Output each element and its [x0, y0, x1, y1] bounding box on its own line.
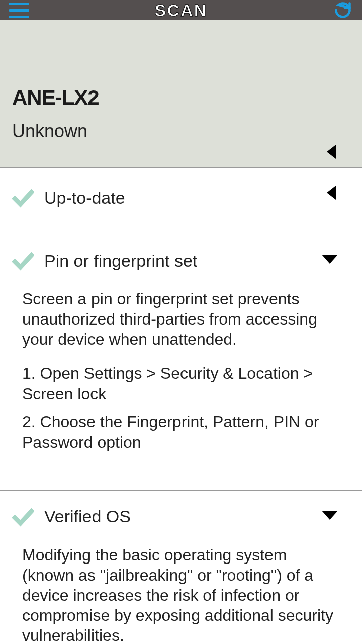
item-up-to-date[interactable]: Up-to-date: [0, 168, 362, 234]
item-description: Modifying the basic operating system (kn…: [22, 545, 340, 644]
device-section[interactable]: ANE-LX2 Unknown: [0, 20, 362, 168]
item-title: Verified OS: [44, 507, 131, 526]
check-icon: [12, 250, 34, 272]
app-header: SCAN: [0, 0, 362, 20]
item-step-1: 1. Open Settings > Security & Location >…: [22, 363, 340, 405]
item-body: Screen a pin or fingerprint set prevents…: [12, 272, 350, 453]
item-title: Up-to-date: [44, 188, 125, 208]
menu-icon[interactable]: [9, 0, 29, 20]
item-title: Pin or fingerprint set: [44, 251, 197, 271]
collapse-left-icon[interactable]: [327, 145, 336, 159]
device-name: ANE-LX2: [12, 86, 350, 110]
check-icon: [12, 506, 34, 528]
refresh-icon[interactable]: [333, 0, 353, 20]
item-description: Screen a pin or fingerprint set prevents…: [22, 289, 340, 349]
item-body: Modifying the basic operating system (kn…: [12, 528, 350, 644]
check-icon: [12, 187, 34, 209]
page-title: SCAN: [155, 1, 207, 20]
item-step-2: 2. Choose the Fingerprint, Pattern, PIN …: [22, 412, 340, 453]
item-verified-os[interactable]: Verified OS Modifying the basic operatin…: [0, 491, 362, 644]
expand-down-icon[interactable]: [322, 511, 338, 520]
device-status: Unknown: [12, 121, 350, 142]
collapse-left-icon[interactable]: [327, 186, 336, 200]
expand-down-icon[interactable]: [322, 255, 338, 264]
item-pin-fingerprint[interactable]: Pin or fingerprint set Screen a pin or f…: [0, 234, 362, 491]
